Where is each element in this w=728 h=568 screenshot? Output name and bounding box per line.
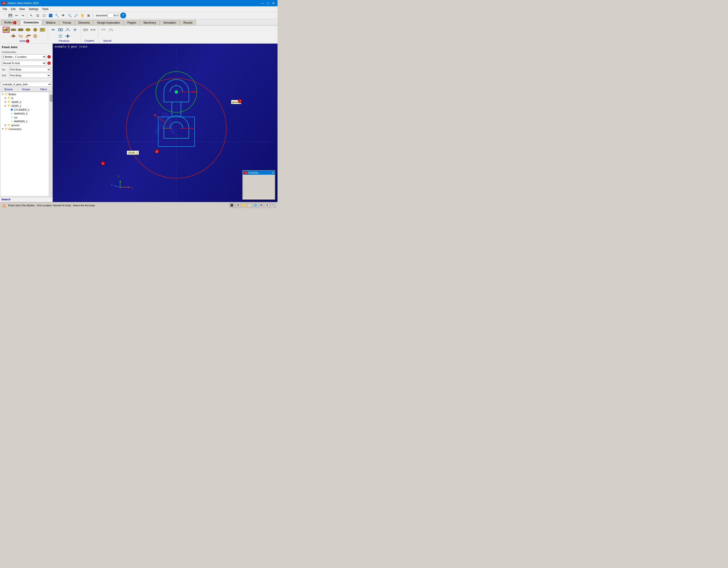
scrollbar-thumb[interactable]	[50, 95, 53, 102]
svg-point-4	[13, 29, 14, 31]
tree-item-ground[interactable]: ⊕ 📁 ground	[1, 123, 49, 127]
status-btn-4[interactable]: 📋	[247, 203, 252, 208]
pan-button[interactable]: ✋	[79, 13, 85, 18]
status-btn-7[interactable]: ℹ	[265, 203, 270, 208]
tab-simulation[interactable]: Simulation	[160, 20, 180, 25]
redo-button[interactable]: ↪	[20, 13, 26, 18]
model-dropdown[interactable]: .example_4_gear_train	[1, 82, 52, 87]
couplers-group-label[interactable]: Couplers	[84, 39, 94, 42]
zoom-fit-button[interactable]: ⊞	[86, 13, 92, 18]
perpendicular-prim-btn[interactable]	[72, 27, 78, 33]
increment-input[interactable]	[108, 13, 119, 18]
fixed-joint-btn[interactable]	[3, 27, 10, 33]
solid-button[interactable]: 🟦	[48, 13, 53, 18]
coupler-2-btn[interactable]	[90, 27, 96, 33]
save-button[interactable]: 💾	[7, 13, 13, 18]
undo-button[interactable]: ↩	[14, 13, 20, 18]
main-area: Fixed Joint Construction: 2 Bodies - 1 L…	[0, 44, 278, 202]
menu-file[interactable]: File	[1, 7, 9, 11]
canvas-area[interactable]: example_4_gear_train ground GEAR_1 e f g…	[53, 44, 278, 202]
revolute-joint-btn[interactable]	[10, 27, 17, 33]
joint-section: Fixed Joint Construction: 2 Bodies - 1 L…	[0, 44, 53, 81]
tree-tab-groups[interactable]: Groups	[18, 87, 35, 91]
zoom-in-button[interactable]: 🔍	[67, 13, 73, 18]
translational-joint-btn[interactable]	[17, 27, 24, 33]
maximize-button[interactable]: □	[266, 1, 270, 5]
select-button[interactable]: ↖	[28, 13, 34, 18]
status-btn-2[interactable]: ⊡	[235, 203, 240, 208]
status-btn-8[interactable]: 🔧	[271, 203, 276, 208]
title-controls[interactable]: — □ ✕	[260, 1, 276, 5]
tab-motions[interactable]: Motions	[43, 20, 59, 25]
special-group-label[interactable]: Special	[103, 39, 111, 42]
tree-tab-browse[interactable]: Browse	[0, 87, 18, 91]
tree-item-bodies[interactable]: ▼ 📁 Bodies	[1, 92, 49, 96]
tab-connectors[interactable]: Connectors	[20, 20, 42, 25]
inline-prim-btn[interactable]	[50, 27, 57, 33]
title-bar: Ad Adams View Adams 2020 — □ ✕	[0, 0, 278, 6]
select-box-button[interactable]: ⊡	[35, 13, 41, 18]
tree-item-h[interactable]: ⊕ 📁 H	[1, 96, 49, 100]
status-btn-6[interactable]: ⚙	[259, 203, 264, 208]
tree-item-gear2[interactable]: ⊕ 📁 GEAR_2	[1, 100, 49, 104]
view-button[interactable]: 👁	[60, 13, 66, 18]
tree-item-connectors[interactable]: ▼ 📁 Connectors	[1, 127, 49, 131]
gcn-btn[interactable]: GCN	[100, 27, 107, 33]
inplane-prim-btn[interactable]	[57, 27, 64, 33]
construction-dropdown[interactable]: 2 Bodies - 1 Location 2 Bodies - 2 Locat…	[2, 54, 46, 59]
screw-joint-btn[interactable]	[17, 33, 24, 39]
rack-pinion-btn[interactable]	[25, 33, 31, 39]
atpoint-prim-btn[interactable]	[64, 33, 71, 39]
tree-tab-filters[interactable]: Filters	[35, 87, 53, 91]
tab-bodies[interactable]: Bodiesa	[1, 20, 20, 25]
status-btn-1[interactable]: ⬛	[229, 203, 234, 208]
zoom-out-button[interactable]: 🔎	[73, 13, 79, 18]
constant-vel-btn[interactable]	[32, 33, 39, 39]
icon-toolbar: Jointsb Primitives	[0, 25, 278, 44]
menu-view[interactable]: View	[17, 7, 27, 11]
universal-joint-btn[interactable]	[10, 33, 17, 39]
wireframe-button[interactable]: ⬡	[41, 13, 47, 18]
tab-forces[interactable]: Forces	[59, 20, 75, 25]
cylindrical-joint-btn[interactable]	[25, 27, 31, 33]
second-body-dropdown[interactable]: Pick Body	[9, 73, 51, 78]
tree-item-gear1[interactable]: ⊕ 📁 GEAR_1	[1, 104, 49, 108]
parallel-prim-btn[interactable]	[57, 33, 64, 39]
scrollbar[interactable]	[49, 92, 53, 197]
menu-settings[interactable]: Settings	[27, 7, 40, 11]
tree-label-ground: ground	[11, 124, 19, 127]
orientation-prim-btn[interactable]	[64, 27, 71, 33]
first-body-dropdown[interactable]: Pick Body	[9, 67, 51, 72]
status-btn-3[interactable]: 🟡	[241, 203, 246, 208]
help-button[interactable]: ?	[120, 13, 126, 18]
gear-coupler-btn[interactable]	[82, 27, 89, 33]
toolbar-separator-1	[27, 13, 27, 18]
minimize-button[interactable]: —	[260, 1, 265, 5]
tab-design-exploration[interactable]: Design Exploration	[94, 20, 123, 25]
close-button[interactable]: ✕	[271, 1, 276, 5]
special-2-btn[interactable]	[108, 27, 114, 33]
primitives-group-label[interactable]: Primitives	[59, 40, 70, 42]
status-btn-5[interactable]: 🌐	[253, 203, 258, 208]
search-label[interactable]: Search	[1, 198, 10, 201]
spherical-joint-btn[interactable]	[32, 27, 39, 33]
coord-close-button[interactable]: ✕	[272, 171, 274, 174]
planar-joint-btn[interactable]	[39, 27, 46, 33]
orientation-dropdown[interactable]: Normal To Grid Pick Feature Along Axis	[2, 61, 46, 66]
new-button[interactable]: 📄	[1, 13, 7, 18]
tree-item-marker1[interactable]: 🔹 MARKER_1	[1, 119, 49, 123]
menu-edit[interactable]: Edit	[9, 7, 17, 11]
tree-item-cm[interactable]: 🔹 cm	[1, 115, 49, 119]
tree-item-marker5[interactable]: 🔹 MARKER_5	[1, 112, 49, 115]
tree-content: ▼ 📁 Bodies ⊕ 📁 H ⊕ 📁 GEAR_2	[0, 92, 49, 196]
tree-item-cylinder1[interactable]: 🔷 CYLINDER_1	[1, 108, 49, 112]
tab-machinery[interactable]: Machinery	[140, 20, 159, 25]
primitives-group: Primitives	[48, 26, 80, 43]
orient-button[interactable]: 🔧	[54, 13, 60, 18]
tab-plugins[interactable]: Plugins	[124, 20, 140, 25]
joints-group-label[interactable]: Jointsb	[19, 40, 30, 43]
tab-elements[interactable]: Elements	[75, 20, 93, 25]
folder-icon-gear1: 📁	[8, 104, 11, 107]
tab-results[interactable]: Results	[180, 20, 196, 25]
menu-tools[interactable]: Tools	[40, 7, 50, 11]
